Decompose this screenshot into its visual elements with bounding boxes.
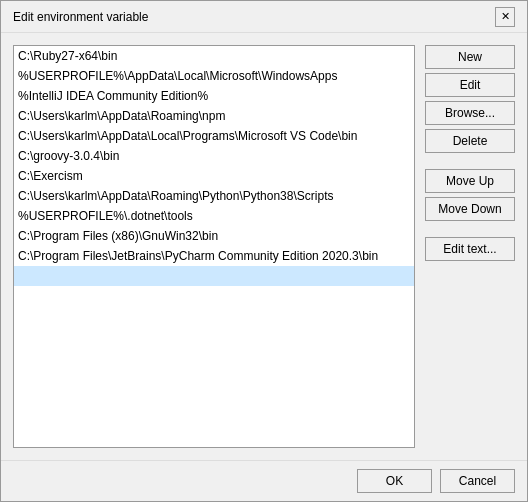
- list-item[interactable]: C:\groovy-3.0.4\bin: [14, 146, 414, 166]
- list-item[interactable]: [14, 386, 414, 406]
- list-item[interactable]: [14, 366, 414, 386]
- list-item[interactable]: C:\Program Files (x86)\GnuWin32\bin: [14, 226, 414, 246]
- edit-button[interactable]: Edit: [425, 73, 515, 97]
- list-item[interactable]: C:\Program Files\JetBrains\PyCharm Commu…: [14, 246, 414, 266]
- delete-button[interactable]: Delete: [425, 129, 515, 153]
- list-item[interactable]: C:\Users\karlm\AppData\Roaming\npm: [14, 106, 414, 126]
- list-item[interactable]: [14, 266, 414, 286]
- list-item[interactable]: C:\Users\karlm\AppData\Roaming\Python\Py…: [14, 186, 414, 206]
- list-item[interactable]: C:\Exercism: [14, 166, 414, 186]
- env-list-area: C:\Ruby27-x64\bin%USERPROFILE%\AppData\L…: [13, 45, 415, 448]
- list-item[interactable]: %USERPROFILE%\.dotnet\tools: [14, 206, 414, 226]
- list-item[interactable]: [14, 286, 414, 306]
- edit-text-button[interactable]: Edit text...: [425, 237, 515, 261]
- cancel-button[interactable]: Cancel: [440, 469, 515, 493]
- list-item[interactable]: %IntelliJ IDEA Community Edition%: [14, 86, 414, 106]
- list-item[interactable]: [14, 346, 414, 366]
- edit-env-dialog: Edit environment variable ✕ C:\Ruby27-x6…: [0, 0, 528, 502]
- list-item[interactable]: [14, 306, 414, 326]
- dialog-footer: OK Cancel: [1, 460, 527, 501]
- close-button[interactable]: ✕: [495, 7, 515, 27]
- list-item[interactable]: C:\Ruby27-x64\bin: [14, 46, 414, 66]
- browse-button[interactable]: Browse...: [425, 101, 515, 125]
- new-button[interactable]: New: [425, 45, 515, 69]
- list-item[interactable]: %USERPROFILE%\AppData\Local\Microsoft\Wi…: [14, 66, 414, 86]
- ok-button[interactable]: OK: [357, 469, 432, 493]
- list-item[interactable]: C:\Users\karlm\AppData\Local\Programs\Mi…: [14, 126, 414, 146]
- move-up-button[interactable]: Move Up: [425, 169, 515, 193]
- title-bar: Edit environment variable ✕: [1, 1, 527, 33]
- move-down-button[interactable]: Move Down: [425, 197, 515, 221]
- spacer1: [425, 157, 515, 165]
- list-item-input[interactable]: [18, 269, 410, 283]
- list-item[interactable]: [14, 326, 414, 346]
- buttons-panel: New Edit Browse... Delete Move Up Move D…: [425, 45, 515, 448]
- env-list[interactable]: C:\Ruby27-x64\bin%USERPROFILE%\AppData\L…: [14, 46, 414, 447]
- dialog-body: C:\Ruby27-x64\bin%USERPROFILE%\AppData\L…: [1, 33, 527, 460]
- spacer2: [425, 225, 515, 233]
- dialog-title: Edit environment variable: [13, 10, 148, 24]
